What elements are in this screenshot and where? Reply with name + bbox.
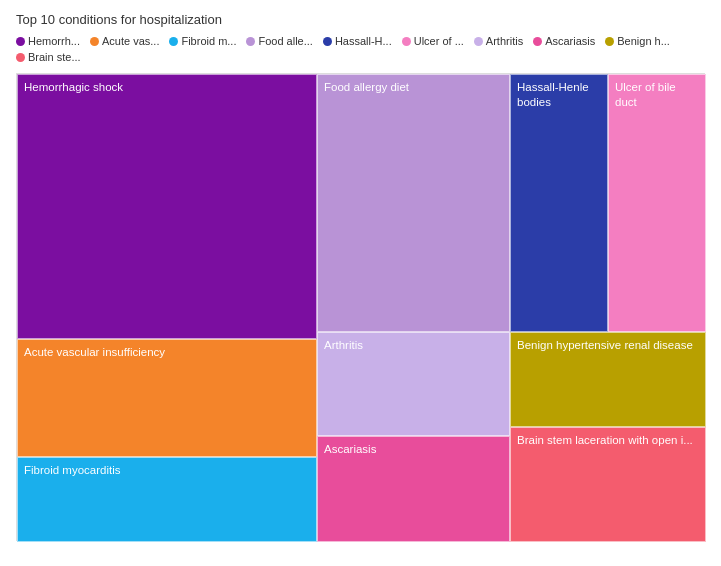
- legend-label: Ascariasis: [545, 35, 595, 47]
- treemap-cell-label: Benign hypertensive renal disease: [511, 333, 705, 358]
- treemap-cell-label: Hassall-Henle bodies: [511, 75, 607, 115]
- treemap-cell-label: Ulcer of bile duct: [609, 75, 705, 115]
- treemap-cell-fibroid-myocarditis[interactable]: Fibroid myocarditis: [17, 457, 317, 542]
- treemap-cell-brain-stem-laceratio[interactable]: Brain stem laceration with open i...: [510, 427, 706, 542]
- legend-dot: [323, 37, 332, 46]
- legend-dot: [533, 37, 542, 46]
- legend-item: Arthritis: [474, 35, 523, 47]
- treemap-cell-ulcer-of-bile-duct[interactable]: Ulcer of bile duct: [608, 74, 706, 332]
- chart-title: Top 10 conditions for hospitalization: [16, 12, 705, 27]
- treemap-cell-label: Acute vascular insufficiency: [18, 340, 316, 365]
- legend-label: Hassall-H...: [335, 35, 392, 47]
- treemap-cell-label: Fibroid myocarditis: [18, 458, 316, 483]
- legend-dot: [474, 37, 483, 46]
- legend-label: Hemorrh...: [28, 35, 80, 47]
- legend: Hemorrh...Acute vas...Fibroid m...Food a…: [16, 35, 705, 63]
- chart-container: Top 10 conditions for hospitalization He…: [0, 0, 721, 553]
- treemap-cell-label: Food allergy diet: [318, 75, 509, 100]
- treemap-cell-label: Hemorrhagic shock: [18, 75, 316, 100]
- treemap-cell-food-allergy-diet[interactable]: Food allergy diet: [317, 74, 510, 332]
- treemap-cell-label: Arthritis: [318, 333, 509, 358]
- legend-dot: [90, 37, 99, 46]
- legend-label: Fibroid m...: [181, 35, 236, 47]
- legend-label: Acute vas...: [102, 35, 159, 47]
- treemap-cell-label: Ascariasis: [318, 437, 509, 462]
- legend-item: Hassall-H...: [323, 35, 392, 47]
- legend-item: Ascariasis: [533, 35, 595, 47]
- treemap-cell-acute-vascular-insuf[interactable]: Acute vascular insufficiency: [17, 339, 317, 457]
- legend-label: Benign h...: [617, 35, 670, 47]
- treemap-cell-label: Brain stem laceration with open i...: [511, 428, 705, 453]
- legend-item: Brain ste...: [16, 51, 81, 63]
- legend-dot: [402, 37, 411, 46]
- treemap: Hemorrhagic shockAcute vascular insuffic…: [16, 73, 705, 541]
- treemap-cell-arthritis[interactable]: Arthritis: [317, 332, 510, 436]
- treemap-cell-ascariasis[interactable]: Ascariasis: [317, 436, 510, 542]
- legend-dot: [16, 53, 25, 62]
- treemap-cell-benign-hypertensive-[interactable]: Benign hypertensive renal disease: [510, 332, 706, 427]
- treemap-cell-hassall-henle-bodies[interactable]: Hassall-Henle bodies: [510, 74, 608, 332]
- legend-dot: [605, 37, 614, 46]
- legend-item: Benign h...: [605, 35, 670, 47]
- legend-label: Food alle...: [258, 35, 312, 47]
- legend-dot: [246, 37, 255, 46]
- legend-item: Fibroid m...: [169, 35, 236, 47]
- legend-label: Arthritis: [486, 35, 523, 47]
- legend-dot: [169, 37, 178, 46]
- legend-item: Food alle...: [246, 35, 312, 47]
- treemap-cell-hemorrhagic-shock[interactable]: Hemorrhagic shock: [17, 74, 317, 339]
- legend-dot: [16, 37, 25, 46]
- legend-item: Hemorrh...: [16, 35, 80, 47]
- legend-item: Acute vas...: [90, 35, 159, 47]
- legend-item: Ulcer of ...: [402, 35, 464, 47]
- legend-label: Brain ste...: [28, 51, 81, 63]
- legend-label: Ulcer of ...: [414, 35, 464, 47]
